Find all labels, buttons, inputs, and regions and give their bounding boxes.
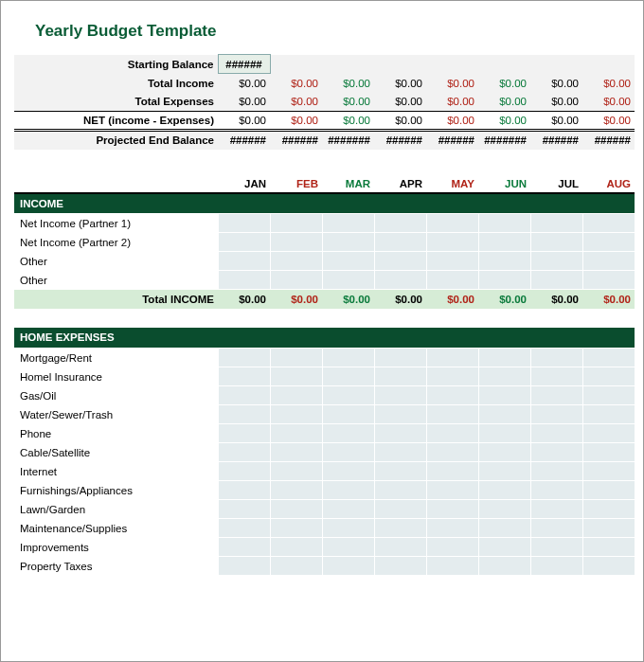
expense-cell[interactable]: [530, 367, 582, 386]
expense-cell[interactable]: [478, 367, 530, 386]
expense-cell[interactable]: [582, 405, 635, 424]
expense-cell[interactable]: [374, 367, 426, 386]
expense-cell[interactable]: [478, 557, 530, 576]
income-cell[interactable]: [374, 233, 426, 252]
expense-cell[interactable]: [530, 405, 582, 424]
expense-cell[interactable]: [582, 349, 635, 367]
expense-cell[interactable]: [322, 500, 374, 519]
expense-cell[interactable]: [322, 538, 374, 557]
expense-cell[interactable]: [478, 349, 530, 367]
expense-cell[interactable]: [270, 424, 322, 443]
expense-cell[interactable]: [270, 349, 322, 367]
income-cell[interactable]: [426, 271, 478, 290]
expense-cell[interactable]: [478, 424, 530, 443]
income-cell[interactable]: [322, 271, 374, 290]
expense-cell[interactable]: [374, 443, 426, 462]
expense-cell[interactable]: [374, 519, 426, 538]
expense-cell[interactable]: [374, 405, 426, 424]
income-cell[interactable]: [374, 271, 426, 290]
expense-cell[interactable]: [530, 443, 582, 462]
expense-cell[interactable]: [530, 481, 582, 500]
expense-cell[interactable]: [478, 443, 530, 462]
expense-cell[interactable]: [270, 519, 322, 538]
expense-cell[interactable]: [322, 519, 374, 538]
expense-cell[interactable]: [374, 424, 426, 443]
expense-cell[interactable]: [322, 386, 374, 405]
expense-cell[interactable]: [218, 405, 270, 424]
expense-cell[interactable]: [322, 481, 374, 500]
expense-cell[interactable]: [426, 500, 478, 519]
income-cell[interactable]: [374, 252, 426, 271]
income-cell[interactable]: [270, 214, 322, 233]
expense-cell[interactable]: [478, 386, 530, 405]
expense-cell[interactable]: [426, 557, 478, 576]
income-cell[interactable]: [218, 214, 270, 233]
expense-cell[interactable]: [426, 349, 478, 367]
starting-balance-value[interactable]: ######: [218, 55, 270, 74]
income-cell[interactable]: [478, 271, 530, 290]
expense-cell[interactable]: [218, 424, 270, 443]
income-cell[interactable]: [582, 214, 635, 233]
expense-cell[interactable]: [374, 349, 426, 367]
income-cell[interactable]: [478, 214, 530, 233]
expense-cell[interactable]: [582, 424, 635, 443]
expense-cell[interactable]: [270, 367, 322, 386]
expense-cell[interactable]: [478, 519, 530, 538]
expense-cell[interactable]: [582, 500, 635, 519]
expense-cell[interactable]: [218, 349, 270, 367]
expense-cell[interactable]: [270, 500, 322, 519]
income-cell[interactable]: [426, 233, 478, 252]
expense-cell[interactable]: [478, 462, 530, 481]
expense-cell[interactable]: [322, 367, 374, 386]
expense-cell[interactable]: [426, 538, 478, 557]
expense-cell[interactable]: [374, 500, 426, 519]
expense-cell[interactable]: [582, 481, 635, 500]
expense-cell[interactable]: [478, 405, 530, 424]
expense-cell[interactable]: [582, 557, 635, 576]
income-cell[interactable]: [530, 233, 582, 252]
income-cell[interactable]: [374, 214, 426, 233]
income-cell[interactable]: [426, 252, 478, 271]
expense-cell[interactable]: [374, 538, 426, 557]
expense-cell[interactable]: [270, 386, 322, 405]
expense-cell[interactable]: [270, 481, 322, 500]
expense-cell[interactable]: [322, 405, 374, 424]
income-cell[interactable]: [322, 252, 374, 271]
expense-cell[interactable]: [270, 462, 322, 481]
expense-cell[interactable]: [322, 557, 374, 576]
expense-cell[interactable]: [218, 519, 270, 538]
expense-cell[interactable]: [530, 424, 582, 443]
income-cell[interactable]: [530, 252, 582, 271]
expense-cell[interactable]: [582, 519, 635, 538]
expense-cell[interactable]: [426, 481, 478, 500]
income-cell[interactable]: [426, 214, 478, 233]
expense-cell[interactable]: [530, 557, 582, 576]
expense-cell[interactable]: [426, 386, 478, 405]
expense-cell[interactable]: [374, 557, 426, 576]
expense-cell[interactable]: [530, 538, 582, 557]
expense-cell[interactable]: [426, 367, 478, 386]
expense-cell[interactable]: [218, 481, 270, 500]
expense-cell[interactable]: [374, 481, 426, 500]
expense-cell[interactable]: [530, 500, 582, 519]
expense-cell[interactable]: [582, 386, 635, 405]
expense-cell[interactable]: [322, 349, 374, 367]
expense-cell[interactable]: [530, 349, 582, 367]
expense-cell[interactable]: [426, 519, 478, 538]
expense-cell[interactable]: [218, 443, 270, 462]
income-cell[interactable]: [270, 271, 322, 290]
expense-cell[interactable]: [270, 557, 322, 576]
expense-cell[interactable]: [582, 462, 635, 481]
income-cell[interactable]: [478, 252, 530, 271]
expense-cell[interactable]: [582, 367, 635, 386]
expense-cell[interactable]: [426, 443, 478, 462]
expense-cell[interactable]: [218, 557, 270, 576]
expense-cell[interactable]: [218, 462, 270, 481]
expense-cell[interactable]: [478, 538, 530, 557]
expense-cell[interactable]: [530, 386, 582, 405]
income-cell[interactable]: [322, 233, 374, 252]
expense-cell[interactable]: [218, 538, 270, 557]
income-cell[interactable]: [322, 214, 374, 233]
income-cell[interactable]: [270, 233, 322, 252]
expense-cell[interactable]: [218, 386, 270, 405]
